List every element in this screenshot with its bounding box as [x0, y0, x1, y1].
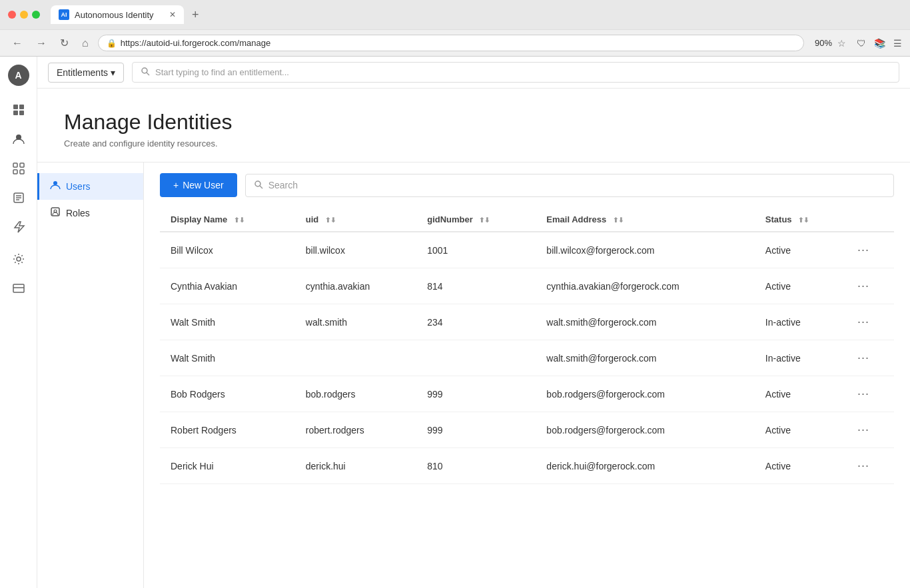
table-row[interactable]: Walt Smith walt.smith 234 walt.smith@for…: [160, 304, 894, 340]
table-row[interactable]: Cynthia Avakian cynthia.avakian 814 cynt…: [160, 268, 894, 304]
content-area: Users Roles + New User: [37, 162, 910, 588]
forward-button[interactable]: →: [32, 35, 51, 52]
sort-icon-status: ⬆⬇: [798, 216, 809, 224]
row-action-menu-button[interactable]: ···: [857, 279, 869, 292]
column-header-gid-number[interactable]: gidNumber ⬆⬇: [416, 208, 536, 232]
dropdown-chevron-icon: ▾: [111, 67, 115, 78]
minimize-window-button[interactable]: [20, 11, 28, 19]
library-icon[interactable]: 📚: [874, 38, 885, 49]
entitlement-search-placeholder: Start typing to find an entitlement...: [155, 67, 289, 77]
menu-icon[interactable]: ☰: [893, 38, 902, 49]
svg-rect-6: [20, 163, 24, 167]
table-header: Display Name ⬆⬇ uid ⬆⬇ gidNumber ⬆⬇ Emai…: [160, 208, 894, 232]
svg-line-22: [260, 186, 262, 188]
address-bar[interactable]: 🔒 https://autoid-ui.forgerock.com/manage: [98, 35, 804, 51]
table-row[interactable]: Robert Rodgers robert.rodgers 999 bob.ro…: [160, 412, 894, 448]
cell-status: Active: [755, 232, 847, 268]
cell-gid-number: 810: [416, 448, 536, 484]
column-header-status[interactable]: Status ⬆⬇: [755, 208, 847, 232]
cell-actions[interactable]: ···: [847, 448, 894, 484]
browser-tab[interactable]: AI Autonomous Identity ✕: [51, 5, 184, 24]
cell-display-name: Cynthia Avakian: [160, 268, 295, 304]
cell-status: Active: [755, 268, 847, 304]
refresh-button[interactable]: ↻: [56, 34, 73, 52]
nav-sidebar: Users Roles: [37, 162, 144, 588]
entitlement-search-bar[interactable]: Start typing to find an entitlement...: [132, 62, 899, 83]
nav-item-users[interactable]: Users: [37, 173, 143, 200]
cell-status: Active: [755, 376, 847, 412]
window-controls: [8, 11, 40, 19]
activity-nav-icon[interactable]: [5, 184, 32, 211]
cell-uid: walt.smith: [295, 304, 416, 340]
cell-actions[interactable]: ···: [847, 412, 894, 448]
zoom-level: 90%: [815, 38, 832, 48]
new-user-button[interactable]: + New User: [160, 173, 237, 197]
home-button[interactable]: ⌂: [78, 35, 93, 52]
back-button[interactable]: ←: [8, 35, 27, 52]
svg-rect-2: [13, 111, 18, 115]
users-nav-icon[interactable]: [5, 126, 32, 152]
table-search-bar[interactable]: [245, 174, 894, 197]
cell-actions[interactable]: ···: [847, 268, 894, 304]
bookmark-icon[interactable]: ☆: [837, 38, 846, 49]
lightning-nav-icon[interactable]: [5, 214, 32, 240]
cell-display-name: Derick Hui: [160, 448, 295, 484]
users-table: Display Name ⬆⬇ uid ⬆⬇ gidNumber ⬆⬇ Emai…: [160, 208, 894, 484]
nav-label-users: Users: [66, 181, 91, 192]
table-area: + New User Display Name ⬆⬇: [144, 162, 910, 588]
cell-actions[interactable]: ···: [847, 232, 894, 268]
tab-label: Autonomous Identity: [75, 10, 154, 20]
cell-display-name: Robert Rodgers: [160, 412, 295, 448]
svg-point-21: [255, 181, 260, 186]
table-row[interactable]: Derick Hui derick.hui 810 derick.hui@for…: [160, 448, 894, 484]
table-row[interactable]: Bob Rodgers bob.rodgers 999 bob.rodgers@…: [160, 376, 894, 412]
sort-icon-gid-number: ⬆⬇: [479, 216, 490, 224]
close-window-button[interactable]: [8, 11, 16, 19]
page-title: Manage Identities: [64, 110, 883, 135]
cell-display-name: Bob Rodgers: [160, 376, 295, 412]
cell-actions[interactable]: ···: [847, 376, 894, 412]
cell-status: Active: [755, 448, 847, 484]
cell-actions[interactable]: ···: [847, 304, 894, 340]
shield-icon[interactable]: 🛡: [857, 38, 866, 49]
cell-email: derick.hui@forgerock.com: [536, 448, 754, 484]
settings-nav-icon[interactable]: [5, 246, 32, 272]
page-subtitle: Create and configure identity resources.: [64, 139, 883, 148]
entitlements-button[interactable]: Entitlements ▾: [48, 63, 124, 83]
grid-nav-icon[interactable]: [5, 155, 32, 182]
table-nav-icon[interactable]: [5, 275, 32, 302]
maximize-window-button[interactable]: [32, 11, 40, 19]
new-tab-button[interactable]: +: [192, 8, 199, 22]
row-action-menu-button[interactable]: ···: [857, 243, 869, 256]
browser-toolbar: 🛡 📚 ☰: [857, 38, 902, 49]
app-header: Entitlements ▾ Start typing to find an e…: [37, 57, 910, 89]
column-header-email[interactable]: Email Address ⬆⬇: [536, 208, 754, 232]
dashboard-nav-icon[interactable]: [5, 97, 32, 123]
nav-item-roles[interactable]: Roles: [37, 200, 143, 226]
table-search-input[interactable]: [268, 180, 885, 190]
sort-icon-display-name: ⬆⬇: [234, 216, 244, 224]
table-row[interactable]: Walt Smith walt.smith@forgerock.com In-a…: [160, 340, 894, 376]
row-action-menu-button[interactable]: ···: [857, 315, 869, 328]
table-row[interactable]: Bill Wilcox bill.wilcox 1001 bill.wilcox…: [160, 232, 894, 268]
cell-email: bill.wilcox@forgerock.com: [536, 232, 754, 268]
secure-icon: 🔒: [107, 39, 117, 48]
tab-close-button[interactable]: ✕: [169, 10, 176, 19]
avatar[interactable]: A: [8, 65, 29, 86]
nav-label-roles: Roles: [66, 208, 90, 218]
app-wrapper: A: [0, 57, 910, 588]
page-header: Manage Identities Create and configure i…: [37, 89, 910, 162]
column-header-display-name[interactable]: Display Name ⬆⬇: [160, 208, 295, 232]
svg-rect-1: [19, 105, 24, 109]
cell-uid: bob.rodgers: [295, 376, 416, 412]
row-action-menu-button[interactable]: ···: [857, 423, 869, 436]
row-action-menu-button[interactable]: ···: [857, 351, 869, 364]
column-header-uid[interactable]: uid ⬆⬇: [295, 208, 416, 232]
url-text: https://autoid-ui.forgerock.com/manage: [121, 38, 270, 48]
row-action-menu-button[interactable]: ···: [857, 459, 869, 472]
cell-actions[interactable]: ···: [847, 340, 894, 376]
cell-status: In-active: [755, 340, 847, 376]
svg-point-18: [53, 181, 57, 185]
row-action-menu-button[interactable]: ···: [857, 387, 869, 400]
sort-icon-email: ⬆⬇: [613, 216, 624, 224]
